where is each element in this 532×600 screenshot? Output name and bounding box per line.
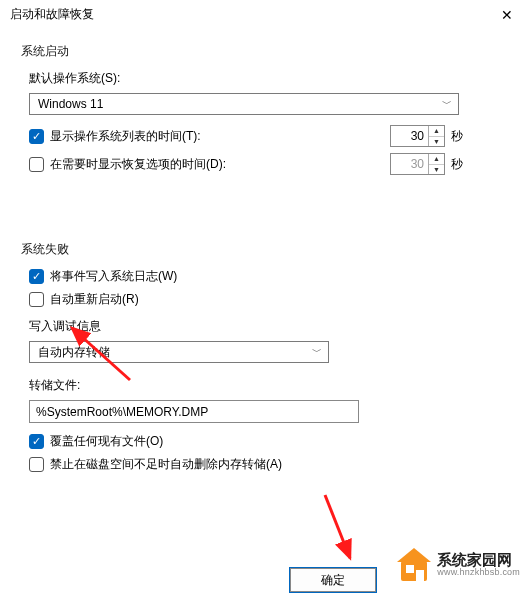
auto-restart-label: 自动重新启动(R) (50, 291, 511, 308)
svg-line-1 (325, 495, 350, 558)
titlebar-title: 启动和故障恢复 (10, 6, 94, 23)
spinner-up-icon[interactable]: ▲ (429, 126, 444, 137)
ok-button[interactable]: 确定 (290, 568, 376, 592)
dump-type-value: 自动内存转储 (38, 344, 110, 361)
section-system-startup: 系统启动 默认操作系统(S): Windows 11 ﹀ ✓ 显示操作系统列表的… (18, 40, 514, 200)
default-os-label: 默认操作系统(S): (29, 70, 511, 87)
show-os-list-label: 显示操作系统列表的时间(T): (50, 128, 384, 145)
dump-file-label: 转储文件: (29, 377, 511, 394)
close-icon: ✕ (501, 7, 513, 23)
section-title-failure: 系统失败 (21, 241, 511, 258)
close-button[interactable]: ✕ (492, 7, 522, 23)
checkbox-write-event[interactable]: ✓ (29, 269, 44, 284)
spinner-up-icon-2: ▲ (429, 154, 444, 165)
default-os-value: Windows 11 (38, 97, 103, 111)
ok-button-label: 确定 (321, 572, 345, 589)
watermark-line1: 系统家园网 (437, 552, 520, 569)
spinner-down-icon-2: ▼ (429, 165, 444, 175)
spinner-show-recovery-value: 30 (391, 154, 428, 174)
dump-file-value: %SystemRoot%\MEMORY.DMP (36, 405, 208, 419)
chevron-down-icon: ﹀ (442, 97, 452, 111)
spinner-down-icon[interactable]: ▼ (429, 137, 444, 147)
watermark-line2: www.hnzkhbsb.com (437, 568, 520, 578)
button-row: 确定 (290, 568, 376, 592)
dump-file-input[interactable]: %SystemRoot%\MEMORY.DMP (29, 400, 359, 423)
checkbox-show-recovery[interactable] (29, 157, 44, 172)
section-system-failure: 系统失败 ✓ 将事件写入系统日志(W) 自动重新启动(R) 写入调试信息 自动内… (18, 238, 514, 498)
unit-seconds-2: 秒 (451, 156, 471, 173)
show-recovery-row: 在需要时显示恢复选项的时间(D): 30 ▲ ▼ 秒 (29, 153, 511, 175)
debug-info-label: 写入调试信息 (29, 318, 511, 335)
spinner-show-recovery: 30 ▲ ▼ (390, 153, 445, 175)
checkbox-low-disk[interactable] (29, 457, 44, 472)
spinner-show-os-list[interactable]: 30 ▲ ▼ (390, 125, 445, 147)
low-disk-label: 禁止在磁盘空间不足时自动删除内存转储(A) (50, 456, 511, 473)
watermark: 系统家园网 www.hnzkhbsb.com (397, 548, 520, 582)
show-os-list-row: ✓ 显示操作系统列表的时间(T): 30 ▲ ▼ 秒 (29, 125, 511, 147)
section-title-startup: 系统启动 (21, 43, 511, 60)
write-event-label: 将事件写入系统日志(W) (50, 268, 511, 285)
annotation-arrow-2 (310, 490, 370, 570)
titlebar: 启动和故障恢复 ✕ (0, 0, 532, 30)
auto-restart-row: 自动重新启动(R) (29, 291, 511, 308)
checkbox-show-os-list[interactable]: ✓ (29, 129, 44, 144)
default-os-select[interactable]: Windows 11 ﹀ (29, 93, 459, 115)
house-icon (397, 548, 431, 582)
write-event-row: ✓ 将事件写入系统日志(W) (29, 268, 511, 285)
checkbox-overwrite[interactable]: ✓ (29, 434, 44, 449)
chevron-down-icon-2: ﹀ (312, 345, 322, 359)
overwrite-label: 覆盖任何现有文件(O) (50, 433, 511, 450)
low-disk-row: 禁止在磁盘空间不足时自动删除内存转储(A) (29, 456, 511, 473)
dump-type-select[interactable]: 自动内存转储 ﹀ (29, 341, 329, 363)
spinner-show-os-list-value: 30 (391, 126, 428, 146)
unit-seconds-1: 秒 (451, 128, 471, 145)
overwrite-row: ✓ 覆盖任何现有文件(O) (29, 433, 511, 450)
checkbox-auto-restart[interactable] (29, 292, 44, 307)
show-recovery-label: 在需要时显示恢复选项的时间(D): (50, 156, 384, 173)
